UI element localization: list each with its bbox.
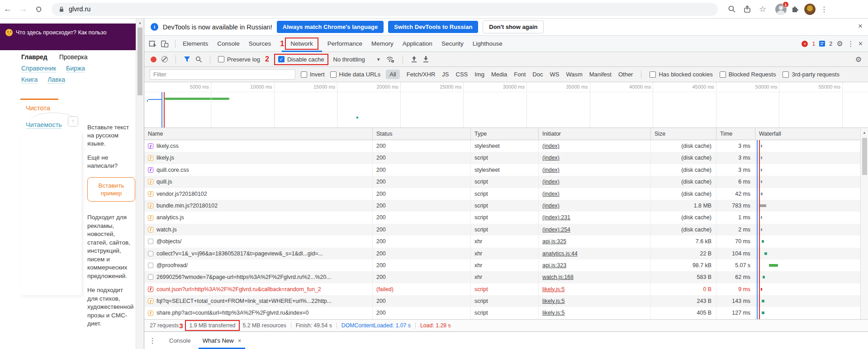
chevron-down-icon[interactable]: ▼ <box>376 57 381 62</box>
network-request-row[interactable]: watch.js200script(index):254(disk cache)… <box>144 224 868 236</box>
bookmark-star-icon[interactable]: ☆ <box>755 4 770 14</box>
device-toolbar-icon[interactable] <box>161 40 169 48</box>
tab-performance[interactable]: Performance <box>323 36 367 52</box>
reload-icon[interactable] <box>31 5 46 13</box>
zoom-icon[interactable] <box>724 5 740 13</box>
help-banner[interactable]: Что здесь происходит? Как пользо <box>0 24 136 50</box>
network-request-row[interactable]: quill.core.css200stylesheet(index)(disk … <box>144 164 868 176</box>
network-request-row[interactable]: share.php?act=count&url=http%3A%2F%2Fglv… <box>144 307 868 319</box>
drawer-tab-close-icon[interactable]: × <box>238 337 242 344</box>
network-request-row[interactable]: fql?q=SELECT+total_count+FROM+link_stat+… <box>144 295 868 307</box>
type-filter-doc[interactable]: Doc <box>532 71 543 78</box>
type-filter-ws[interactable]: WS <box>550 71 559 78</box>
tab-elements[interactable]: Elements <box>178 36 213 52</box>
tab-chitaemost[interactable]: Читаемость <box>26 121 62 129</box>
browser-menu-icon[interactable]: ⋮ <box>816 5 832 14</box>
back-icon[interactable]: ← <box>0 4 15 14</box>
tab-lighthouse[interactable]: Lighthouse <box>468 36 507 52</box>
network-request-row[interactable]: quill.js200script(index)(disk cache)6 ms <box>144 176 868 188</box>
network-request-row[interactable]: likely.css200stylesheet(index)(disk cach… <box>144 140 868 152</box>
drawer-tab-console[interactable]: Console <box>163 332 197 349</box>
network-conditions-icon[interactable] <box>386 56 395 63</box>
request-initiator-link[interactable]: likely.js:5 <box>542 298 564 304</box>
nav-lavka[interactable]: Лавка <box>47 76 65 84</box>
checkbox-checked-icon[interactable]: ✓ <box>278 56 285 62</box>
table-scrollbar[interactable]: ▲ <box>860 128 868 319</box>
share-icon[interactable] <box>740 5 755 13</box>
column-status[interactable]: Status <box>372 128 470 140</box>
request-initiator-link[interactable]: api.js:323 <box>542 262 566 269</box>
address-bar[interactable]: glvrd.ru <box>52 3 718 16</box>
request-initiator-link[interactable]: analytics.js:44 <box>542 250 578 257</box>
type-filter-other[interactable]: Other <box>618 71 633 78</box>
type-filter-fetch-xhr[interactable]: Fetch/XHR <box>407 71 436 78</box>
preserve-log-checkbox[interactable]: Preserve log <box>218 56 260 63</box>
nav-spravochnik[interactable]: Справочник <box>21 65 56 72</box>
column-waterfall[interactable]: Waterfall <box>755 128 868 140</box>
request-initiator-link[interactable]: (index) <box>542 155 560 161</box>
tab-sources[interactable]: Sources <box>244 36 276 52</box>
request-initiator-link[interactable]: likely.js:5 <box>542 310 564 316</box>
match-language-button[interactable]: Always match Chrome's language <box>277 21 384 33</box>
tab-console[interactable]: Console <box>213 36 244 52</box>
column-time[interactable]: Time <box>716 128 755 140</box>
profile-avatar[interactable] <box>803 3 816 15</box>
filter-funnel-icon[interactable] <box>184 56 190 62</box>
network-request-row[interactable]: collect?v=1&_v=j96&a=1836052817&t=pagevi… <box>144 248 868 259</box>
type-filter-css[interactable]: CSS <box>456 71 468 78</box>
network-timeline-overview[interactable]: 5000 ms10000 ms15000 ms20000 ms25000 ms3… <box>144 82 868 128</box>
type-filter-wasm[interactable]: Wasm <box>566 71 582 78</box>
column-type[interactable]: Type <box>470 128 538 140</box>
inspect-element-icon[interactable] <box>149 40 157 48</box>
request-initiator-link[interactable]: (index) <box>542 179 560 185</box>
network-request-row[interactable]: vendor.js?20180102200script(index)(disk … <box>144 188 868 200</box>
page-scrollbar-thumb[interactable] <box>138 28 142 95</box>
filter-input[interactable] <box>150 69 295 80</box>
type-filter-js[interactable]: JS <box>442 71 449 78</box>
checkbox-unchecked-icon[interactable] <box>218 56 224 62</box>
network-request-row[interactable]: likely.js200script(index)(disk cache)3 m… <box>144 152 868 164</box>
tab-chistota[interactable]: Чистота <box>26 104 50 112</box>
tab-application[interactable]: Application <box>398 36 437 52</box>
network-request-row[interactable]: bundle.min.js?20180102200script(index)1.… <box>144 200 868 212</box>
tab-network[interactable]: 1Network <box>275 36 323 52</box>
nav-glavred[interactable]: Главред <box>21 53 47 61</box>
error-badge-icon[interactable]: × <box>802 41 808 47</box>
throttling-select[interactable]: No throttling <box>333 56 365 63</box>
network-request-row[interactable]: 26990256?wmode=7&page-url=https%3A%2F%2F… <box>144 271 868 283</box>
type-filter-all[interactable]: All <box>386 70 399 79</box>
request-initiator-link[interactable]: api.js:325 <box>542 238 566 245</box>
tab-security[interactable]: Security <box>437 36 468 52</box>
request-initiator-link[interactable]: (index):254 <box>542 226 570 233</box>
switch-russian-button[interactable]: Switch DevTools to Russian <box>388 21 478 33</box>
record-icon[interactable] <box>151 57 157 62</box>
nav-birzha[interactable]: Биржа <box>66 65 85 72</box>
dont-show-again-button[interactable]: Don't show again <box>483 20 544 33</box>
page-scrollbar[interactable]: ▲ <box>136 19 144 349</box>
nav-kniga[interactable]: Книга <box>21 76 38 84</box>
console-message-icon[interactable] <box>819 41 825 47</box>
text-editor-area[interactable] <box>20 132 81 295</box>
request-initiator-link[interactable]: likely.js:5 <box>542 286 564 292</box>
network-settings-gear-icon[interactable]: ⚙ <box>855 55 862 64</box>
type-filter-media[interactable]: Media <box>491 71 507 78</box>
type-filter-manifest[interactable]: Manifest <box>589 71 612 78</box>
column-size[interactable]: Size <box>650 128 716 140</box>
request-initiator-link[interactable]: (index) <box>542 143 560 149</box>
request-initiator-link[interactable]: (index) <box>542 167 560 173</box>
network-request-row[interactable]: analytics.js200script(index):231(disk ca… <box>144 212 868 223</box>
export-har-icon[interactable] <box>422 56 429 63</box>
infobar-close-icon[interactable]: × <box>858 22 863 31</box>
request-initiator-link[interactable]: (index) <box>542 203 560 209</box>
insert-example-button[interactable]: Вставить пример <box>87 177 135 202</box>
table-scrollbar-thumb[interactable] <box>862 138 867 175</box>
network-request-row[interactable]: @proofread/200xhrapi.js:32398.7 kB5.07 s <box>144 259 868 271</box>
invert-checkbox[interactable]: Invert <box>301 71 325 78</box>
scroll-up-icon[interactable]: ▲ <box>861 131 868 135</box>
scroll-up-icon[interactable]: ▲ <box>136 21 144 25</box>
drawer-tab-whats-new[interactable]: What's New × <box>197 332 247 349</box>
devtools-menu-icon[interactable]: ⋮ <box>847 39 854 48</box>
export-icon[interactable]: ↑ <box>68 116 78 127</box>
disable-cache-checkbox[interactable]: ✓ Disable cache <box>278 56 324 63</box>
type-filter-img[interactable]: Img <box>474 71 484 78</box>
